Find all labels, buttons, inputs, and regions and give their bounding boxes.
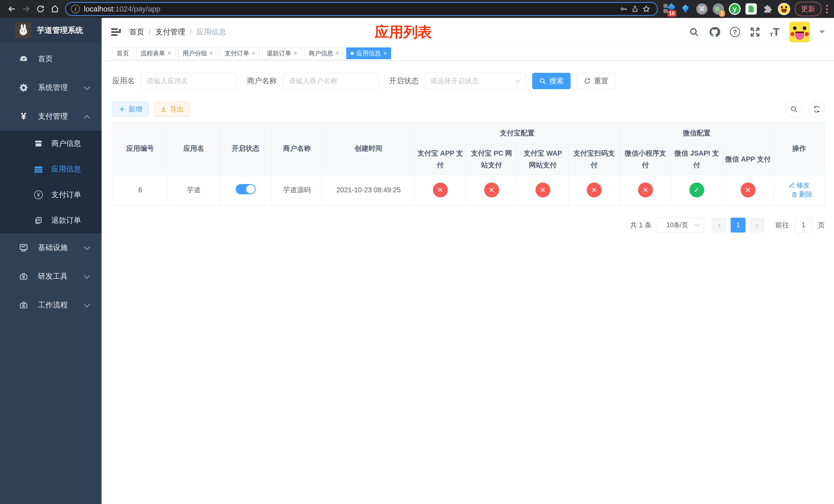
breadcrumb-separator: / bbox=[190, 28, 192, 37]
page-size-select[interactable]: 10条/页 bbox=[656, 217, 704, 232]
goto-page-input[interactable] bbox=[795, 217, 812, 232]
tab-label: 支付订单 bbox=[225, 49, 249, 58]
search-form: 应用名 商户名称 开启状态 请选择开启状态 搜索 重置 bbox=[112, 73, 825, 89]
breadcrumb-separator: / bbox=[149, 28, 151, 37]
reset-button[interactable]: 重置 bbox=[577, 73, 615, 89]
apps-table: 应用编号 应用名 开启状态 商户名称 创建时间 支付宝配置 微信配置 操作 支付… bbox=[112, 122, 825, 205]
close-icon[interactable]: × bbox=[168, 50, 171, 56]
sidebar-item-infrastructure[interactable]: 基础设施 bbox=[0, 233, 102, 262]
page-annotation-title: 应用列表 bbox=[375, 23, 432, 42]
tab-pay-orders[interactable]: 支付订单× bbox=[220, 47, 260, 59]
plus-icon bbox=[119, 106, 126, 113]
close-icon[interactable]: × bbox=[336, 50, 339, 56]
tab-home[interactable]: 首页 bbox=[112, 47, 133, 59]
password-key-icon[interactable] bbox=[618, 3, 629, 15]
sidebar-item-workflow[interactable]: 工作流程 bbox=[0, 291, 102, 319]
show-search-toggle-button[interactable] bbox=[786, 101, 802, 117]
add-button[interactable]: 新增 bbox=[112, 102, 149, 117]
copy-document-icon bbox=[33, 216, 44, 225]
breadcrumb-section[interactable]: 支付管理 bbox=[155, 27, 185, 37]
app-shell: 芋道管理系统 首页 系统管理 ¥ 支付管理 bbox=[0, 18, 834, 504]
extension-tabs-icon[interactable]: 10 bbox=[663, 3, 675, 15]
search-button-label: 搜索 bbox=[549, 76, 564, 86]
breadcrumb-current: 应用信息 bbox=[196, 27, 226, 37]
sidebar-item-app-info[interactable]: 应用信息 bbox=[0, 156, 102, 182]
yuan-icon: ¥ bbox=[18, 111, 29, 122]
avatar-caret-icon[interactable] bbox=[820, 30, 825, 33]
sidebar-item-pay-orders[interactable]: ¥ 支付订单 bbox=[0, 182, 102, 208]
col-wechat-lite: 微信小程序支付 bbox=[620, 144, 671, 175]
profile-avatar-icon[interactable] bbox=[778, 3, 790, 15]
sidebar-collapse-icon[interactable] bbox=[111, 27, 121, 37]
sidebar-menu: 首页 系统管理 ¥ 支付管理 bbox=[0, 43, 102, 319]
status-select[interactable]: 请选择开启状态 bbox=[425, 73, 526, 89]
browser-forward-icon[interactable] bbox=[19, 2, 33, 16]
sidebar-item-payment[interactable]: ¥ 支付管理 bbox=[0, 102, 102, 131]
sidebar-item-label: 系统管理 bbox=[38, 83, 84, 93]
refresh-table-button[interactable] bbox=[808, 101, 825, 117]
share-icon[interactable] bbox=[629, 3, 641, 15]
browser-back-icon[interactable] bbox=[5, 2, 19, 16]
col-actions: 操作 bbox=[774, 122, 825, 175]
wechat-app-status-icon: ✕ bbox=[741, 183, 755, 198]
app-name-label: 应用名 bbox=[112, 76, 135, 86]
breadcrumb-home[interactable]: 首页 bbox=[129, 27, 144, 37]
extension-kite-icon[interactable] bbox=[679, 3, 692, 15]
alipay-qr-status-icon: ✕ bbox=[587, 183, 602, 198]
close-icon[interactable]: × bbox=[210, 50, 213, 56]
font-size-icon[interactable]: тT bbox=[770, 27, 780, 38]
user-avatar[interactable] bbox=[789, 22, 810, 42]
page-unit-label: 页 bbox=[818, 221, 825, 230]
export-button[interactable]: 导出 bbox=[154, 102, 190, 117]
next-page-button[interactable]: › bbox=[750, 217, 765, 232]
merchant-name-input[interactable] bbox=[283, 73, 379, 89]
sidebar-logo[interactable]: 芋道管理系统 bbox=[0, 18, 102, 43]
extensions-puzzle-icon[interactable] bbox=[762, 3, 774, 15]
tab-app-info[interactable]: 应用信息× bbox=[346, 47, 391, 59]
browser-reload-icon[interactable] bbox=[33, 2, 48, 16]
chevron-down-icon bbox=[515, 79, 521, 83]
tab-process-form[interactable]: 流程表单× bbox=[136, 47, 175, 59]
url-text[interactable]: localhost:1024/pay/app bbox=[84, 5, 618, 13]
bookmark-star-icon[interactable] bbox=[641, 3, 652, 15]
sidebar-item-dev-tools[interactable]: 研发工具 bbox=[0, 262, 102, 291]
col-app-name: 应用名 bbox=[168, 122, 220, 175]
browser-home-icon[interactable] bbox=[48, 2, 62, 16]
extension-recorder-icon[interactable]: 1 bbox=[712, 3, 724, 15]
extension-command-icon[interactable]: ⌘ bbox=[696, 3, 708, 15]
sidebar-item-label: 基础设施 bbox=[38, 243, 84, 253]
search-icon[interactable] bbox=[689, 27, 699, 37]
close-icon[interactable]: × bbox=[383, 50, 387, 56]
tab-label: 商户信息 bbox=[308, 49, 333, 58]
fullscreen-icon[interactable] bbox=[750, 27, 760, 37]
address-bar[interactable]: i localhost:1024/pay/app bbox=[65, 2, 658, 16]
close-icon[interactable]: × bbox=[252, 50, 255, 56]
search-button[interactable]: 搜索 bbox=[532, 73, 571, 89]
prev-page-button[interactable]: ‹ bbox=[712, 217, 727, 232]
tab-merchant-info[interactable]: 商户信息× bbox=[304, 47, 344, 59]
sidebar-item-label: 首页 bbox=[38, 54, 90, 64]
extension-notes-icon[interactable] bbox=[745, 3, 757, 15]
chrome-update-button[interactable]: 更新 bbox=[795, 2, 821, 16]
sidebar-item-merchant-info[interactable]: 商户信息 bbox=[0, 131, 102, 156]
site-info-icon[interactable]: i bbox=[71, 5, 80, 13]
page-number-active[interactable]: 1 bbox=[731, 217, 746, 232]
delete-link[interactable]: 删除 bbox=[791, 190, 812, 199]
yuan-circle-icon: ¥ bbox=[33, 190, 44, 199]
col-created: 创建时间 bbox=[323, 122, 415, 175]
github-icon[interactable] bbox=[709, 26, 720, 38]
dashboard-icon bbox=[18, 54, 29, 64]
tab-user-group[interactable]: 用户分组× bbox=[178, 47, 218, 59]
edit-link[interactable]: 修改 bbox=[789, 181, 810, 190]
browser-menu-icon[interactable] bbox=[826, 5, 828, 13]
help-icon[interactable]: ? bbox=[730, 27, 740, 37]
close-icon[interactable]: × bbox=[294, 50, 297, 56]
status-toggle[interactable] bbox=[236, 184, 256, 194]
sidebar-item-home[interactable]: 首页 bbox=[0, 45, 102, 73]
extension-y-icon[interactable]: y bbox=[729, 3, 741, 15]
sidebar-item-system[interactable]: 系统管理 bbox=[0, 73, 102, 102]
app-name-input[interactable] bbox=[141, 73, 237, 89]
tab-refund-orders[interactable]: 退款订单× bbox=[262, 47, 302, 59]
sidebar-item-label: 工作流程 bbox=[38, 300, 84, 310]
sidebar-item-refund-orders[interactable]: 退款订单 bbox=[0, 208, 102, 233]
